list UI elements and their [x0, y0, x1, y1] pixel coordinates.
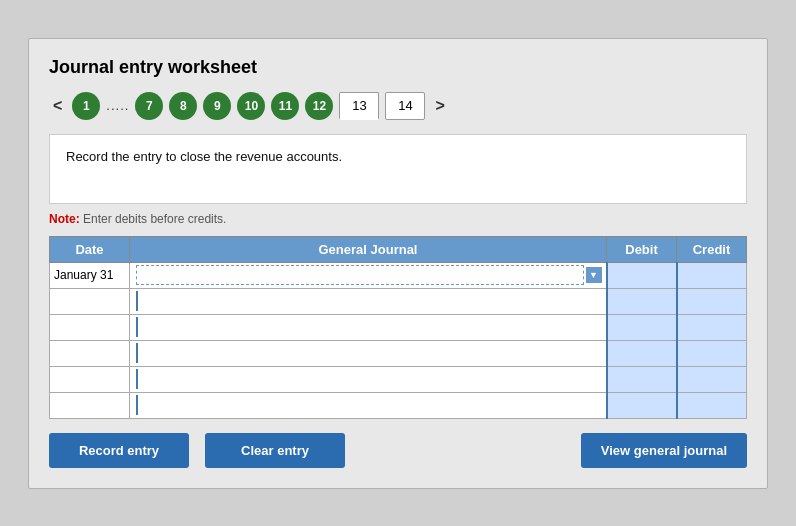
tab-circle-8[interactable]: 8 [169, 92, 197, 120]
clear-entry-button[interactable]: Clear entry [205, 433, 345, 468]
date-cell-3 [50, 314, 130, 340]
instruction-text: Record the entry to close the revenue ac… [66, 149, 342, 164]
date-cell-6 [50, 392, 130, 418]
note-row: Note: Enter debits before credits. [49, 212, 747, 226]
nav-dots: ..... [106, 98, 129, 113]
debit-cell-3[interactable] [607, 314, 677, 340]
instruction-box: Record the entry to close the revenue ac… [49, 134, 747, 204]
record-entry-button[interactable]: Record entry [49, 433, 189, 468]
tab-circle-10[interactable]: 10 [237, 92, 265, 120]
buttons-row: Record entry Clear entry View general jo… [49, 433, 747, 468]
credit-cell-3[interactable] [677, 314, 747, 340]
credit-cell-5[interactable] [677, 366, 747, 392]
credit-cell-1[interactable] [677, 262, 747, 288]
note-text: Enter debits before credits. [80, 212, 227, 226]
credit-cell-2[interactable] [677, 288, 747, 314]
journal-cell-4[interactable] [130, 340, 607, 366]
journal-cell-5[interactable] [130, 366, 607, 392]
date-cell-4 [50, 340, 130, 366]
credit-input-1[interactable] [682, 263, 743, 288]
debit-cell-4[interactable] [607, 340, 677, 366]
tab-circle-11[interactable]: 11 [271, 92, 299, 120]
tab-14[interactable]: 14 [385, 92, 425, 120]
date-cell-1: January 31 [50, 262, 130, 288]
journal-cell-3[interactable] [130, 314, 607, 340]
journal-input-2[interactable] [136, 291, 600, 311]
table-row [50, 366, 747, 392]
debit-cell-6[interactable] [607, 392, 677, 418]
journal-cell-1[interactable]: ▼ [130, 262, 607, 288]
main-container: Journal entry worksheet < 1 ..... 7 8 9 … [28, 38, 768, 489]
journal-input-1[interactable] [136, 265, 584, 285]
tab-circle-9[interactable]: 9 [203, 92, 231, 120]
journal-input-5[interactable] [136, 369, 600, 389]
debit-cell-2[interactable] [607, 288, 677, 314]
table-row [50, 288, 747, 314]
credit-cell-6[interactable] [677, 392, 747, 418]
tab-13[interactable]: 13 [339, 92, 379, 120]
debit-input-1[interactable] [612, 263, 672, 288]
prev-arrow[interactable]: < [49, 95, 66, 117]
journal-cell-6[interactable] [130, 392, 607, 418]
date-cell-2 [50, 288, 130, 314]
debit-cell-5[interactable] [607, 366, 677, 392]
dropdown-icon-1[interactable]: ▼ [586, 267, 602, 283]
note-label: Note: [49, 212, 80, 226]
table-row: January 31 ▼ [50, 262, 747, 288]
journal-cell-2[interactable] [130, 288, 607, 314]
journal-table: Date General Journal Debit Credit Januar… [49, 236, 747, 419]
col-header-credit: Credit [677, 236, 747, 262]
table-row [50, 340, 747, 366]
navigation-row: < 1 ..... 7 8 9 10 11 12 13 14 > [49, 92, 747, 120]
date-cell-5 [50, 366, 130, 392]
journal-input-4[interactable] [136, 343, 600, 363]
page-title: Journal entry worksheet [49, 57, 747, 78]
journal-input-3[interactable] [136, 317, 600, 337]
next-arrow[interactable]: > [431, 95, 448, 117]
journal-input-6[interactable] [136, 395, 600, 415]
tab-circle-7[interactable]: 7 [135, 92, 163, 120]
col-header-date: Date [50, 236, 130, 262]
col-header-debit: Debit [607, 236, 677, 262]
col-header-journal: General Journal [130, 236, 607, 262]
credit-cell-4[interactable] [677, 340, 747, 366]
tab-circle-1[interactable]: 1 [72, 92, 100, 120]
view-general-journal-button[interactable]: View general journal [581, 433, 747, 468]
table-row [50, 392, 747, 418]
tab-circle-12[interactable]: 12 [305, 92, 333, 120]
table-row [50, 314, 747, 340]
debit-cell-1[interactable] [607, 262, 677, 288]
